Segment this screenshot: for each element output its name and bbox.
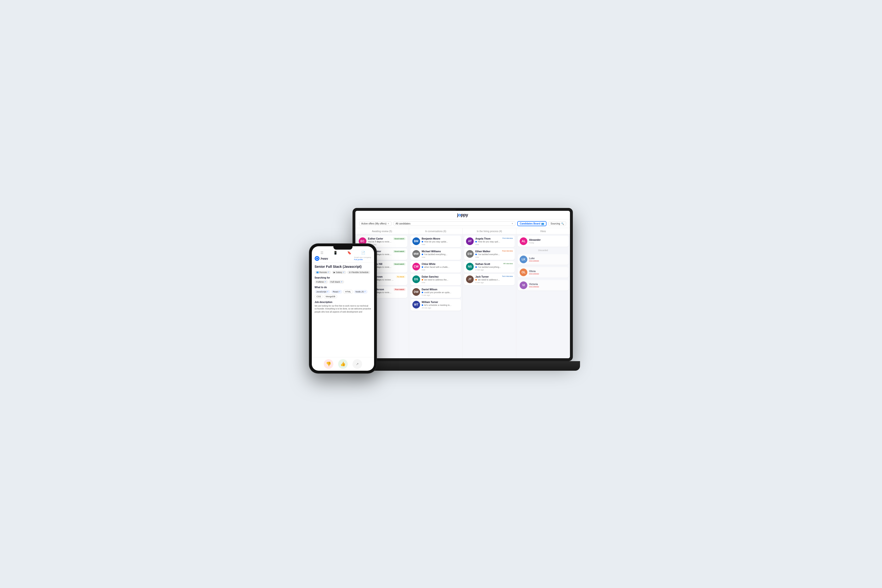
candidate-time: 5 min ago — [422, 294, 459, 296]
searching-for-tags: Fulltime ✓ Full Stack ✓ — [315, 280, 371, 284]
menu-icon[interactable]: ☰ — [320, 251, 323, 255]
candidate-message: I've tackled everything... — [422, 253, 459, 256]
candidate-message: How do you stay updat... — [422, 240, 459, 243]
card-daniel-wilson[interactable]: DW Daniel Wilson could you provide an up… — [410, 286, 461, 298]
phone-logo-icon — [315, 256, 320, 261]
status-badge: Good match — [393, 250, 406, 253]
phone: ☰ 📱 🔖 📄 Joppy Small size company — [310, 244, 376, 373]
all-candidates-label: All candidates — [396, 222, 410, 225]
card-right: To check — [396, 276, 406, 278]
share-button[interactable]: ↗ — [353, 359, 362, 369]
card-info: Victoria DISCARDED — [529, 283, 566, 288]
candidate-name: Luke — [529, 257, 566, 260]
card-angela-thom[interactable]: AT Angela Thom How do you stay updat... … — [464, 236, 515, 247]
candidate-name: Nathan Scott — [475, 263, 502, 266]
card-ethan-walker[interactable]: EW Ethan Walker I've tackled everything.… — [464, 248, 515, 260]
candidate-name: Victoria — [529, 283, 566, 285]
column-awaiting-header: Awaiting review (5) — [355, 228, 409, 234]
card-michael-williams[interactable]: MW Michael Williams I've tackled everyth… — [410, 248, 461, 260]
dislike-button[interactable]: 👎 — [324, 359, 334, 369]
app-logo: joppy — [457, 213, 468, 218]
card-william-turner[interactable]: WT William Turner let's schedule a meeti… — [410, 299, 461, 310]
card-right: HR interview — [503, 263, 513, 264]
avatar: NS — [466, 263, 474, 270]
card-luke-discarded[interactable]: LK Luke DISCARDED — [518, 254, 568, 265]
avatar: MW — [412, 250, 420, 258]
candidate-name: Jack Turner — [475, 276, 500, 278]
laptop-notch — [455, 209, 470, 211]
job-desc-title: Job description — [315, 301, 371, 303]
interview-tag: HR interview — [503, 263, 513, 264]
candidate-message: How do you stay updat... — [475, 240, 501, 243]
column-hiring-cards: AT Angela Thom How do you stay updat... … — [463, 234, 516, 358]
toolbar: Active offers (My offers) ▼ All candidat… — [355, 219, 570, 228]
board-icon: 👥 — [541, 222, 544, 225]
status-badge: Poor match — [394, 288, 406, 291]
card-alexander[interactable]: AL Alexander Today — [518, 236, 568, 247]
candidate-time: 24 min ago — [422, 307, 459, 309]
bookmark-icon[interactable]: 🔖 — [347, 251, 351, 255]
candidate-name: Alexander — [529, 238, 566, 241]
phone-action-bar: 👎 👍 ↗ — [312, 357, 374, 371]
avatar: WT — [412, 301, 420, 309]
interview-tag: Final interview — [502, 250, 513, 252]
skill-label: React — [333, 291, 339, 293]
full-profile-link[interactable]: Full profile — [354, 258, 371, 261]
card-benjamin-moore[interactable]: BM Benjamin Moore How do you stay updat.… — [410, 236, 461, 247]
candidate-message: we need to address the... — [475, 279, 500, 281]
card-info: Michael Williams I've tackled everything… — [422, 250, 459, 258]
avatar: VI — [520, 281, 527, 289]
skills-list: JavaScript ✓ React ✓ HTML Node.JS ✓ CSS — [315, 290, 371, 298]
company-size-label: Small size company — [354, 256, 371, 258]
candidate-message: when faced with a challe... — [422, 266, 459, 268]
document-icon[interactable]: 📄 — [361, 251, 365, 255]
card-dylan-sanchez[interactable]: DS Dylan Sanchez we need to address the.… — [410, 274, 461, 285]
chevron-down-icon: ▼ — [511, 223, 514, 225]
candidates-board-button[interactable]: Candidates Board 👥 — [517, 221, 547, 226]
sourcing-button[interactable]: Sourcing 🔍 — [548, 221, 566, 226]
card-victoria-discarded[interactable]: VI Victoria DISCARDED — [518, 280, 568, 291]
interview-tag: First interview — [502, 237, 513, 239]
column-hires-header: Hires — [516, 228, 570, 234]
tag-salary-label: Salary — [336, 271, 342, 273]
checkmark-icon: ✓ — [328, 271, 329, 273]
candidate-name: William Turner — [422, 301, 459, 303]
tag-fulltime: Fulltime ✓ — [315, 280, 328, 284]
svg-point-0 — [316, 257, 318, 260]
card-jack-turner[interactable]: JT Jack Turner we need to address the...… — [464, 274, 515, 285]
candidate-name: Benjamin Moore — [422, 237, 459, 240]
tag-fullstack: Full Stack ✓ — [329, 280, 344, 284]
skill-css: CSS — [315, 295, 323, 298]
phone-screen: ☰ 📱 🔖 📄 Joppy Small size company — [312, 246, 374, 371]
card-info: Dylan Sanchez we need to address the... … — [422, 276, 459, 284]
skill-mongodb: MongoDB — [324, 295, 337, 298]
tag-remote: 👥 Remote ✓ — [315, 271, 331, 274]
card-olivia-discarded[interactable]: OL Olivia DISCARDED — [518, 267, 568, 278]
tag-flexible-label: Flexible Schedule — [352, 271, 368, 273]
candidate-time: Today — [529, 242, 566, 244]
sourcing-icon: 🔍 — [561, 222, 564, 225]
like-button[interactable]: 👍 — [338, 359, 348, 369]
skill-html: HTML — [343, 290, 353, 294]
column-conversations-header: In conversations (6) — [409, 228, 463, 234]
all-candidates-select[interactable]: All candidates ▼ — [394, 221, 515, 226]
status-badge: To check — [396, 276, 406, 278]
active-offers-button[interactable]: Active offers (My offers) ▼ — [359, 221, 392, 226]
card-chloe-white[interactable]: CW Chloe White when faced with a challe.… — [410, 261, 461, 273]
candidate-name: Chloe White — [422, 263, 459, 266]
profile-icon[interactable]: 📱 — [334, 251, 337, 255]
card-info: Daniel Wilson could you provide an upda.… — [422, 288, 459, 296]
avatar: LK — [520, 256, 527, 263]
candidate-name: Dylan Sanchez — [422, 276, 459, 278]
candidate-message: we need to address the... — [422, 279, 459, 281]
candidate-name: Esther Carter — [368, 237, 392, 240]
candidate-name: Ethan Walker — [475, 250, 500, 253]
card-info: Olivia DISCARDED — [529, 270, 566, 275]
candidate-name: Daniel Wilson — [422, 288, 459, 291]
card-nathan-scott[interactable]: NS Nathan Scott I've tackled everything.… — [464, 261, 515, 273]
phone-job-title: Senior Full Stack (Javascript) — [315, 264, 371, 269]
app-header: joppy — [355, 211, 570, 219]
active-offers-label: Active offers (My offers) — [361, 222, 386, 225]
card-info: Nathan Scott I've tackled everything... … — [475, 263, 502, 271]
checkmark-icon: ✓ — [325, 281, 326, 283]
